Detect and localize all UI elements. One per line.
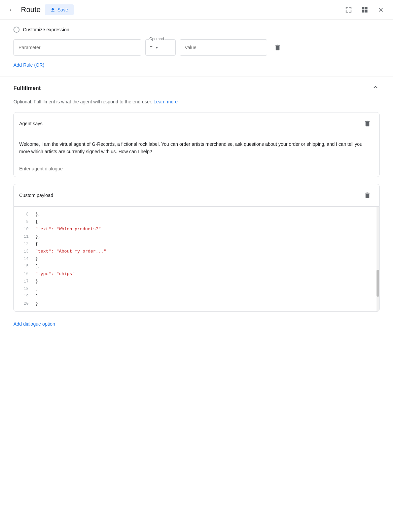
add-rule-button[interactable]: Add Rule (OR): [13, 62, 44, 68]
code-line: 18 ]: [14, 285, 379, 293]
custom-payload-header: Custom payload: [14, 184, 379, 207]
agent-dialogue-input[interactable]: [19, 161, 374, 171]
close-icon[interactable]: [376, 4, 386, 15]
header-left: ← Route Save: [7, 4, 339, 15]
operand-label: Operand: [149, 37, 165, 41]
back-button[interactable]: ←: [7, 4, 17, 15]
line-number: 13: [19, 248, 29, 255]
fulfillment-collapse-icon[interactable]: [371, 83, 380, 93]
code-segment: },: [35, 233, 41, 240]
agent-says-card-body: Welcome, I am the virtual agent of G-Rec…: [14, 135, 379, 177]
code-segment: }: [35, 300, 38, 307]
fulfillment-title: Fulfillment: [13, 85, 41, 91]
custom-payload-title: Custom payload: [19, 193, 53, 198]
dropdown-arrow-icon: ▼: [155, 46, 158, 49]
top-section: Customize expression Operand = ▼ Add Rul…: [0, 20, 393, 76]
operand-wrapper: Operand = ▼: [145, 39, 176, 56]
fulfillment-desc-text: Optional. Fulfillment is what the agent …: [13, 99, 152, 104]
line-number: 12: [19, 241, 29, 247]
delete-agent-says-button[interactable]: [361, 117, 374, 130]
custom-payload-card: Custom payload 8 },9 {10 "text": "Which …: [13, 184, 380, 312]
code-segment: ]: [35, 293, 38, 300]
line-number: 8: [19, 211, 29, 218]
code-line: 15 ],: [14, 263, 379, 270]
code-segment: "text": "About my order...": [35, 248, 106, 255]
header-icons: [343, 4, 386, 15]
param-row: Operand = ▼: [13, 39, 380, 56]
fulfillment-header: Fulfillment: [13, 76, 380, 98]
line-number: 10: [19, 226, 29, 233]
code-line: 17 }: [14, 278, 379, 285]
customize-label: Customize expression: [23, 27, 69, 32]
code-segment: ]: [35, 285, 38, 293]
code-segment: },: [35, 211, 41, 218]
code-segment: {: [35, 218, 38, 226]
grid-icon[interactable]: [359, 4, 370, 15]
fullscreen-icon[interactable]: [343, 4, 354, 15]
parameter-input[interactable]: [13, 39, 141, 56]
code-segment: "type": "chips": [35, 270, 75, 278]
save-label: Save: [58, 7, 68, 12]
agent-dialogue-text: Welcome, I am the virtual agent of G-Rec…: [19, 140, 374, 156]
code-line: 8 },: [14, 211, 379, 218]
delete-custom-payload-button[interactable]: [361, 189, 374, 202]
agent-says-card-header: Agent says: [14, 112, 379, 135]
code-segment: ],: [35, 263, 41, 270]
code-segment: }: [35, 278, 38, 285]
line-number: 15: [19, 263, 29, 270]
line-number: 16: [19, 271, 29, 277]
code-body[interactable]: 8 },9 {10 "text": "Which products?"11 },…: [14, 207, 379, 311]
code-line: 14 }: [14, 255, 379, 263]
code-line: 9 {: [14, 218, 379, 226]
code-line: 13 "text": "About my order...": [14, 248, 379, 255]
line-number: 19: [19, 293, 29, 300]
code-line: 12 {: [14, 240, 379, 248]
line-number: 11: [19, 233, 29, 240]
code-line: 11 },: [14, 233, 379, 240]
code-line: 16 "type": "chips": [14, 270, 379, 278]
operand-select[interactable]: = ▼: [145, 39, 176, 56]
code-line: 20}: [14, 300, 379, 307]
scrollbar-track[interactable]: [377, 207, 379, 311]
agent-says-title: Agent says: [19, 121, 42, 126]
header: ← Route Save: [0, 0, 393, 20]
customize-expression-row: Customize expression: [13, 27, 380, 33]
code-segment: "text": "Which products?": [35, 226, 101, 233]
code-line: 10 "text": "Which products?": [14, 226, 379, 233]
learn-more-link[interactable]: Learn more: [153, 99, 178, 104]
fulfillment-description: Optional. Fulfillment is what the agent …: [13, 98, 380, 105]
line-number: 20: [19, 300, 29, 307]
scrollbar-thumb[interactable]: [377, 270, 379, 297]
agent-says-card: Agent says Welcome, I am the virtual age…: [13, 112, 380, 177]
add-dialogue-button[interactable]: Add dialogue option: [13, 321, 55, 327]
code-segment: {: [35, 240, 38, 248]
line-number: 14: [19, 256, 29, 262]
code-segment: }: [35, 255, 38, 263]
customize-radio[interactable]: [13, 27, 20, 33]
delete-rule-button[interactable]: [271, 41, 284, 54]
save-button[interactable]: Save: [45, 4, 74, 15]
code-line: 19 ]: [14, 293, 379, 300]
value-input[interactable]: [180, 39, 267, 56]
fulfillment-section: Fulfillment Optional. Fulfillment is wha…: [0, 76, 393, 337]
line-number: 9: [19, 219, 29, 225]
page-title: Route: [21, 5, 41, 14]
save-icon: [50, 7, 56, 12]
line-number: 17: [19, 278, 29, 285]
line-number: 18: [19, 286, 29, 292]
operand-value: =: [150, 45, 152, 50]
